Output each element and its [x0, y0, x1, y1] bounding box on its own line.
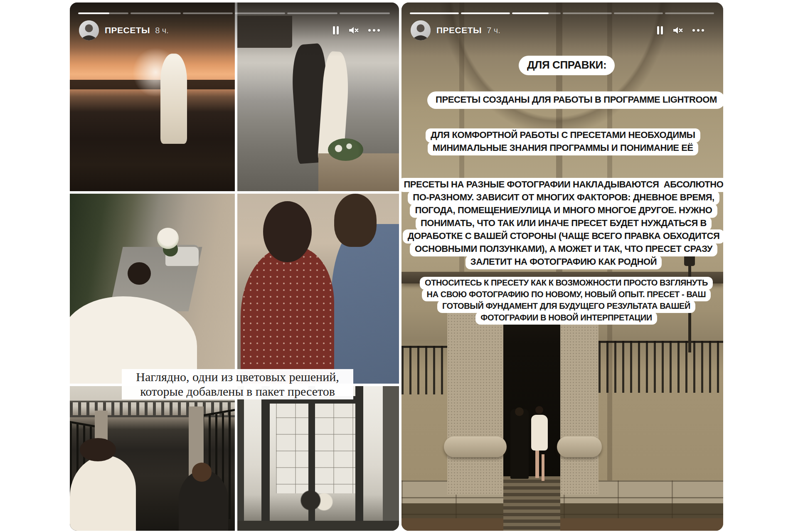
text-pill-line: ПРЕСЕТЫ СОЗДАНЫ ДЛЯ РАБОТЫ В ПРОГРАММЕ L…: [427, 91, 723, 109]
groom-on-steps: [510, 409, 529, 479]
bride-hair: [80, 438, 116, 461]
pause-icon[interactable]: [332, 26, 339, 34]
window-frame-bar: [261, 386, 269, 531]
window-sill: [237, 521, 399, 531]
sitting-couple: [297, 485, 339, 522]
text-pill-line: ПО-РАЗНОМУ. ЗАВИСИТ ОТ МНОГИХ ФАКТОРОВ: …: [408, 191, 719, 205]
story-progress-bar[interactable]: [410, 12, 714, 14]
text-pill-line: НА СВОЮ ФОТОГРАФИЮ ПО НОВОМУ, НОВЫЙ ОПЫТ…: [422, 288, 711, 301]
username-label[interactable]: ПРЕСЕТЫ: [105, 25, 150, 35]
text-pill-line: ПОНИМАТЬ, ЧТО ТАК ИЛИ ИНАЧЕ ПРЕСЕТ БУДЕТ…: [416, 217, 712, 231]
groom-head: [192, 463, 212, 481]
progress-segment: [665, 12, 714, 14]
window-frame-edge-right: [383, 386, 399, 531]
caption-band: Наглядно, одни из цветовых решений, кото…: [122, 369, 353, 399]
photo-bride-in-car-street: [70, 194, 235, 384]
text-pill-line: ПРЕСЕТЫ НА РАЗНЫЕ ФОТОГРАФИИ НАКЛАДЫВАЮТ…: [401, 178, 723, 192]
red-polkadot-dress: [241, 247, 335, 384]
caption-line-2: которые добавлены в пакет пресетов: [122, 384, 353, 399]
photo-couple-open-window: [237, 386, 399, 531]
progress-segment: [614, 12, 663, 14]
progress-segment: [131, 12, 181, 14]
story-progress-bar[interactable]: [78, 12, 390, 14]
moss-band: [401, 503, 723, 518]
progress-segment: [78, 12, 128, 14]
bride-figure: [160, 54, 187, 144]
text-pill-block-4: ПРЕСЕТЫ НА РАЗНЫЕ ФОТОГРАФИИ НАКЛАДЫВАЮТ…: [418, 178, 709, 269]
text-pill-block-1: ДЛЯ СПРАВКИ:: [519, 56, 615, 75]
mute-icon[interactable]: [348, 26, 359, 35]
text-pill-line: ОТНОСИТЕСЬ К ПРЕСЕТУ КАК К ВОЗМОЖНОСТИ П…: [420, 277, 713, 290]
courtyard-building: [276, 401, 357, 493]
text-pill-block-5: ОТНОСИТЕСЬ К ПРЕСЕТУ КАК К ВОЗМОЖНОСТИ П…: [420, 277, 713, 325]
photo-couple-red-dress-denim: [237, 194, 399, 384]
progress-segment: [287, 12, 337, 14]
progress-segment: [340, 12, 390, 14]
progress-segment: [410, 12, 459, 14]
woman-hair: [263, 201, 312, 262]
progress-segment: [183, 12, 233, 14]
text-pill-block-3: ДЛЯ КОМФОРТНОЙ РАБОТЫ С ПРЕСЕТАМИ НЕОБХО…: [426, 128, 700, 155]
story-time: 7 ч.: [487, 26, 500, 35]
window-frame-edge-left: [237, 386, 244, 531]
text-pill-line: ПОГОДА, ПОМЕЩЕНИЕ/УЛИЦА И МНОГО МНОГОЕ Д…: [410, 204, 717, 218]
progress-segment: [563, 12, 612, 14]
iron-fence-right: [598, 341, 723, 393]
stone-steps: [503, 476, 560, 531]
preset-photo-collage: [70, 2, 399, 531]
man-head: [334, 194, 376, 247]
photo-couple-canal-embankment: [70, 386, 235, 531]
bride-on-steps: [531, 415, 548, 451]
progress-segment: [512, 12, 561, 14]
progress-segment: [235, 12, 285, 14]
man-denim-jacket: [331, 224, 399, 384]
story-right[interactable]: ДЛЯ СПРАВКИ: ПРЕСЕТЫ СОЗДАНЫ ДЛЯ РАБОТЫ …: [401, 2, 723, 531]
more-icon[interactable]: [692, 29, 704, 32]
text-pill-line: ДОРАБОТКЕ С ВАШЕЙ СТОРОНЫ (ЧАЩЕ ВСЕГО ПР…: [403, 229, 723, 244]
text-pill-line: МИНИМАЛЬНЫЕ ЗНАНИЯ ПРОГРАММЫ И ПОНИМАНИЕ…: [428, 141, 698, 155]
column-molding: [444, 436, 507, 457]
text-pill-line: ДЛЯ СПРАВКИ:: [519, 56, 615, 75]
text-pill-line: ГОТОВЫЙ ФУНДАМЕНТ ДЛЯ БУДУЩЕГО РЕЗУЛЬТАТ…: [437, 300, 695, 313]
text-pill-line: ЗАЛЕТИТ НА ФОТОГРАФИЮ КАК РОДНОЙ: [466, 255, 662, 269]
story-header: ПРЕСЕТЫ 7 ч.: [411, 20, 704, 41]
mute-icon[interactable]: [672, 26, 683, 35]
story-time: 8 ч.: [155, 26, 169, 35]
username-label[interactable]: ПРЕСЕТЫ: [436, 25, 482, 35]
granite-ledge: [318, 153, 399, 191]
iron-fence-left: [401, 346, 447, 394]
text-pill-line: ФОТОГРАФИИ В НОВОЙ ИНТЕРПРЕТАЦИИ: [475, 312, 657, 325]
column-molding: [557, 436, 602, 457]
caption-line-1: Наглядно, одни из цветовых решений,: [122, 369, 353, 384]
text-pill-block-2: ПРЕСЕТЫ СОЗДАНЫ ДЛЯ РАБОТЫ В ПРОГРАММЕ L…: [427, 91, 723, 109]
window-frame-bar: [355, 386, 363, 531]
avatar[interactable]: [79, 20, 99, 40]
story-header: ПРЕСЕТЫ 8 ч.: [79, 20, 380, 41]
pause-icon[interactable]: [657, 26, 663, 34]
text-pill-line: ОСНОВНЫМИ ПОЛЗУНКАМИ), А МОЖЕТ И ТАК, ЧТ…: [410, 242, 717, 256]
white-bouquet: [157, 228, 179, 249]
avatar[interactable]: [411, 20, 431, 40]
rust-band: [401, 518, 723, 531]
more-icon[interactable]: [368, 29, 380, 32]
progress-segment: [461, 12, 510, 14]
bride-hair-bun: [128, 262, 151, 285]
text-pill-line: ДЛЯ КОМФОРТНОЙ РАБОТЫ С ПРЕСЕТАМИ НЕОБХО…: [426, 128, 700, 143]
story-left[interactable]: Наглядно, одни из цветовых решений, кото…: [70, 2, 399, 531]
